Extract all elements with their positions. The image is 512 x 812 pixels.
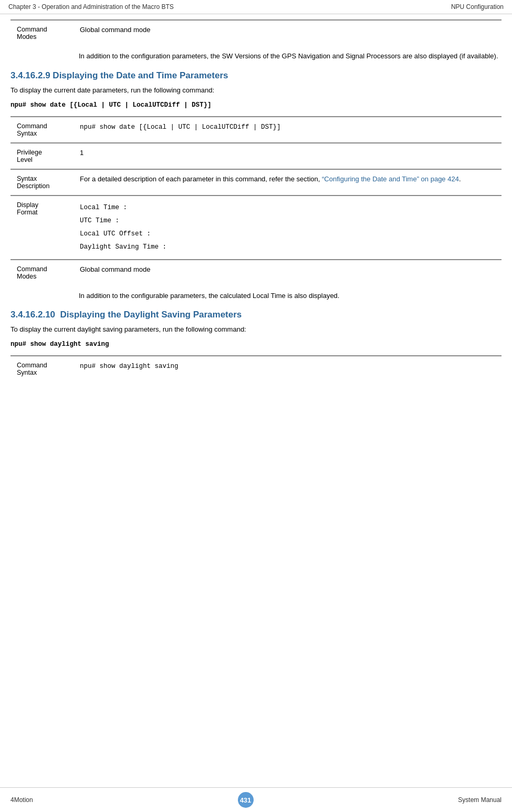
label-syntax-description: SyntaxDescription xyxy=(11,169,74,196)
value-syntax-description: For a detailed description of each param… xyxy=(74,169,501,196)
section-3-4-16-2-9-body2: In addition to the configurable paramete… xyxy=(11,291,501,302)
table-row-syntax-description: SyntaxDescription For a detailed descrip… xyxy=(11,169,501,196)
section-3-4-16-2-9-command: npu# show date [{Local | UTC | LocalUTCD… xyxy=(11,101,501,109)
header-left: Chapter 3 - Operation and Administration… xyxy=(8,3,174,11)
table-row-privilege-level: PrivilegeLevel 1 xyxy=(11,143,501,169)
value-command-modes-1: Global command mode xyxy=(74,20,501,46)
syntax-description-link[interactable]: “Configuring the Date and Time” on page … xyxy=(322,175,459,183)
table-row-command-syntax-2: CommandSyntax npu# show daylight saving xyxy=(11,356,501,382)
label-command-modes-1: CommandModes xyxy=(11,20,74,46)
label-command-syntax: CommandSyntax xyxy=(11,117,74,143)
table-row: CommandModes Global command mode xyxy=(11,20,501,46)
section-3-4-16-2-10-command: npu# show daylight saving xyxy=(11,341,501,348)
section1-body: In addition to the configuration paramet… xyxy=(11,51,501,62)
footer-page-number: 431 xyxy=(238,792,254,808)
footer-bar: 4Motion 431 System Manual xyxy=(0,787,512,812)
section-3-4-16-2-9-intro: To display the current date parameters, … xyxy=(11,85,501,96)
label-command-syntax-2: CommandSyntax xyxy=(11,356,74,382)
section-title-3-4-16-2-10: Displaying the Daylight Saving Parameter… xyxy=(60,310,242,320)
table-row-display-format: DisplayFormat Local Time : UTC Time : Lo… xyxy=(11,196,501,260)
value-command-syntax: npu# show date [{Local | UTC | LocalUTCD… xyxy=(74,117,501,143)
main-content: CommandModes Global command mode In addi… xyxy=(0,14,512,418)
section1-body-text: In addition to the configuration paramet… xyxy=(79,51,501,62)
section-number-3-4-16-2-10: 3.4.16.2.10 xyxy=(11,310,55,320)
section-heading-3-4-16-2-9: 3.4.16.2.9 Displaying the Date and Time … xyxy=(11,70,501,81)
section-heading-3-4-16-2-10: 3.4.16.2.10 Displaying the Daylight Savi… xyxy=(11,310,501,320)
footer-right: System Manual xyxy=(458,796,501,804)
table-3-4-16-2-9: CommandSyntax npu# show date [{Local | U… xyxy=(11,116,501,285)
section-3-4-16-2-9-body-text2: In addition to the configurable paramete… xyxy=(79,291,501,302)
top-table: CommandModes Global command mode xyxy=(11,19,501,46)
table-row-command-modes-2: CommandModes Global command mode xyxy=(11,260,501,285)
value-display-format: Local Time : UTC Time : Local UTC Offset… xyxy=(74,196,501,260)
value-privilege-level: 1 xyxy=(74,143,501,169)
label-privilege-level: PrivilegeLevel xyxy=(11,143,74,169)
label-display-format: DisplayFormat xyxy=(11,196,74,260)
label-command-modes-2: CommandModes xyxy=(11,260,74,285)
footer-left: 4Motion xyxy=(11,796,33,804)
value-command-modes-2: Global command mode xyxy=(74,260,501,285)
section-title-3-4-16-2-9: Displaying the Date and Time Parameters xyxy=(53,70,228,80)
header-bar: Chapter 3 - Operation and Administration… xyxy=(0,0,512,14)
table-row-command-syntax: CommandSyntax npu# show date [{Local | U… xyxy=(11,117,501,143)
section-number-3-4-16-2-9: 3.4.16.2.9 xyxy=(11,70,50,80)
section-3-4-16-2-10-intro: To display the current daylight saving p… xyxy=(11,324,501,335)
value-command-syntax-2: npu# show daylight saving xyxy=(74,356,501,382)
table-3-4-16-2-10: CommandSyntax npu# show daylight saving xyxy=(11,355,501,382)
header-right: NPU Configuration xyxy=(451,3,504,11)
